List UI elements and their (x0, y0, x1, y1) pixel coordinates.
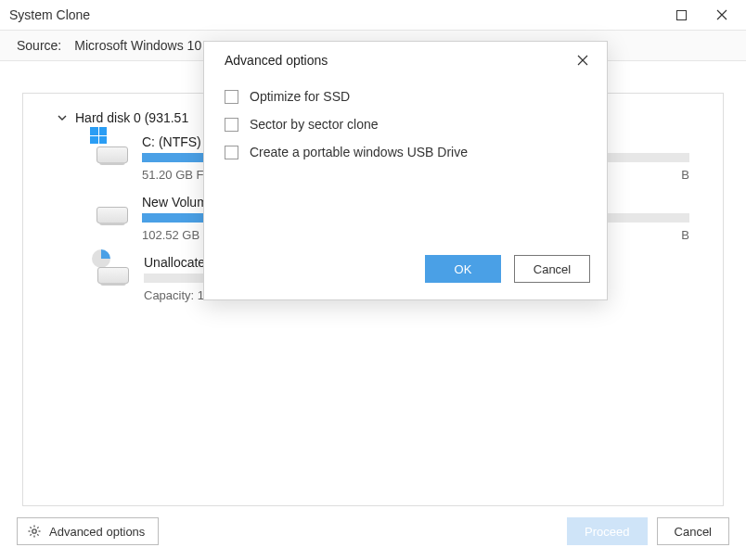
dialog-header: Advanced options (204, 42, 607, 79)
advanced-options-button[interactable]: Advanced options (17, 517, 159, 545)
checkbox[interactable] (225, 146, 238, 159)
dialog-footer: OK Cancel (425, 255, 590, 283)
maximize-button[interactable] (661, 1, 701, 29)
checkbox[interactable] (225, 90, 238, 104)
dialog-close-button[interactable] (564, 44, 601, 77)
partition-info-right: B (681, 228, 689, 242)
svg-line-8 (37, 527, 38, 528)
option-label: Optimize for SSD (250, 89, 350, 104)
partition-info-right: B (681, 168, 689, 182)
close-button[interactable] (701, 1, 742, 29)
svg-line-9 (30, 534, 31, 535)
source-label: Source: (17, 38, 61, 53)
drive-icon (94, 261, 133, 290)
svg-point-1 (32, 529, 36, 533)
dialog-title: Advanced options (225, 53, 328, 68)
option-optimize-ssd[interactable]: Optimize for SSD (225, 83, 586, 110)
chevron-down-icon (57, 112, 68, 123)
source-value: Microsoft Windows 10 (74, 38, 201, 53)
option-sector-clone[interactable]: Sector by sector clone (225, 110, 586, 138)
dialog-cancel-button[interactable]: Cancel (514, 255, 590, 283)
option-label: Sector by sector clone (250, 117, 379, 132)
advanced-options-label: Advanced options (49, 525, 145, 539)
checkbox[interactable] (225, 118, 238, 132)
gear-icon (27, 524, 42, 539)
footer: Advanced options Proceed Cancel (17, 515, 729, 547)
dialog-ok-button[interactable]: OK (425, 255, 501, 283)
dialog-body: Optimize for SSD Sector by sector clone … (204, 79, 607, 170)
proceed-button: Proceed (567, 517, 647, 545)
titlebar: System Clone (0, 0, 746, 30)
advanced-options-dialog: Advanced options Optimize for SSD Sector… (203, 41, 608, 300)
windows-flag-icon (90, 127, 107, 144)
cancel-button[interactable]: Cancel (657, 517, 729, 545)
disk-name: Hard disk 0 (931.51 (75, 110, 188, 125)
svg-rect-0 (676, 10, 686, 19)
option-portable-usb[interactable]: Create a portable windows USB Drive (225, 138, 586, 166)
option-label: Create a portable windows USB Drive (250, 145, 468, 159)
svg-line-7 (37, 534, 38, 535)
svg-line-6 (30, 527, 31, 528)
pie-icon (92, 249, 110, 268)
drive-icon (94, 200, 131, 230)
drive-icon (94, 140, 131, 170)
window-title: System Clone (9, 7, 90, 22)
